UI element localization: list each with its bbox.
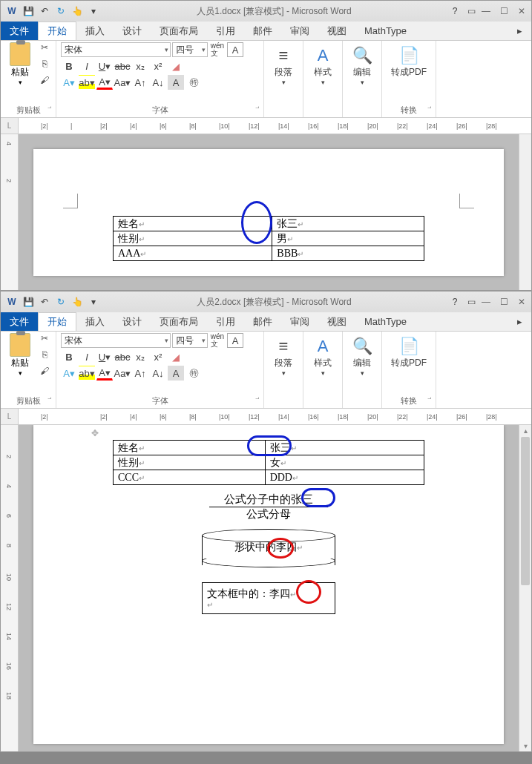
vertical-ruler[interactable]: 42 xyxy=(1,134,19,290)
tab-home[interactable]: 开始 xyxy=(38,312,76,331)
horizontal-ruler[interactable]: L |2||2||4| |6||8||10| |12||14||16| |18|… xyxy=(1,409,531,425)
subscript-button[interactable]: x₂ xyxy=(132,59,148,73)
grow-font-icon[interactable]: A↑ xyxy=(132,75,148,90)
titlebar[interactable]: W 💾 ↶ ↻ 👆 ▾ 人员1.docx [兼容模式] - Microsoft … xyxy=(1,1,531,22)
tab-mailings[interactable]: 邮件 xyxy=(244,312,281,331)
convert-pdf-button[interactable]: 📄转成PDF xyxy=(387,333,431,369)
format-painter-icon[interactable]: 🖌 xyxy=(38,366,51,379)
enclose-char-icon[interactable]: A xyxy=(168,366,184,381)
tab-review[interactable]: 审阅 xyxy=(281,22,318,40)
tab-file[interactable]: 文件 xyxy=(1,312,38,331)
font-size-combo[interactable]: 四号 xyxy=(172,333,208,348)
editing-button[interactable]: 🔍编辑▾ xyxy=(347,333,377,377)
tab-references[interactable]: 引用 xyxy=(207,312,244,331)
char-border-icon[interactable]: A xyxy=(227,42,243,57)
convert-pdf-button[interactable]: 📄 转成PDF xyxy=(387,42,431,79)
cell[interactable]: CCC xyxy=(114,470,266,485)
paste-dropdown-icon[interactable]: ▾ xyxy=(19,369,22,377)
font-name-combo[interactable]: 宋体 xyxy=(61,333,171,348)
cell[interactable]: 张三 xyxy=(272,217,424,231)
cut-icon[interactable]: ✂ xyxy=(38,42,51,56)
tab-mathtype[interactable]: MathType xyxy=(355,22,416,40)
page-1[interactable]: 姓名张三 性别男 AAABBB xyxy=(33,149,504,276)
grow-font-icon[interactable]: A↑ xyxy=(132,366,148,381)
cell[interactable]: BBB xyxy=(272,246,424,261)
close-button[interactable]: ✕ xyxy=(515,297,528,307)
font-color-icon[interactable]: A▾ xyxy=(96,366,113,381)
shrink-font-icon[interactable]: A↓ xyxy=(150,366,166,381)
paste-button[interactable]: 粘贴 ▾ xyxy=(5,333,35,379)
paragraph-button[interactable]: ≡段落▾ xyxy=(269,333,298,377)
minimize-button[interactable]: — xyxy=(479,6,493,16)
font-size-combo[interactable]: 四号 xyxy=(172,42,208,57)
ribbon-display-icon[interactable]: ▭ xyxy=(464,295,478,309)
horizontal-ruler[interactable]: L |2|| |2||4||6| |8||10||12| |14||16||18… xyxy=(1,118,531,134)
editing-button[interactable]: 🔍 编辑▾ xyxy=(347,42,377,86)
phonetic-guide-icon[interactable]: wén文 xyxy=(209,333,226,348)
tab-design[interactable]: 设计 xyxy=(114,312,151,331)
underline-button[interactable]: U ▾ xyxy=(96,349,113,364)
touch-icon[interactable]: 👆 xyxy=(70,295,84,309)
paste-dropdown-icon[interactable]: ▾ xyxy=(19,79,22,86)
table-anchor-icon[interactable]: ✥ xyxy=(91,428,99,438)
cell[interactable]: 姓名 xyxy=(114,441,266,455)
char-shading-icon[interactable]: Aa▾ xyxy=(114,75,131,90)
tab-view[interactable]: 视图 xyxy=(318,22,355,40)
paste-button[interactable]: 粘贴 ▾ xyxy=(5,42,35,88)
close-button[interactable]: ✕ xyxy=(515,6,528,16)
tab-insert[interactable]: 插入 xyxy=(76,22,114,40)
tab-file[interactable]: 文件 xyxy=(1,22,38,40)
undo-icon[interactable]: ↶ xyxy=(38,295,51,309)
bold-button[interactable]: B xyxy=(61,349,77,364)
repeat-icon[interactable]: ↻ xyxy=(54,4,68,18)
tab-more-icon[interactable]: ▸ xyxy=(508,22,531,40)
enclose-char-icon[interactable]: A xyxy=(168,75,184,90)
tab-home[interactable]: 开始 xyxy=(38,22,76,40)
cell[interactable]: AAA xyxy=(114,246,272,261)
vertical-scrollbar[interactable]: ▴ ▾ xyxy=(519,425,531,751)
maximize-button[interactable]: ☐ xyxy=(497,6,510,16)
char-circle-icon[interactable]: ㊕ xyxy=(185,75,202,90)
tab-design[interactable]: 设计 xyxy=(114,22,151,40)
page-2[interactable]: ✥ 姓名张三 性别女 CCCDDD 公式分子中的张三 公式分母 形状中的李四 xyxy=(33,425,504,744)
tab-insert[interactable]: 插入 xyxy=(76,312,114,331)
highlight-icon[interactable]: ab▾ xyxy=(79,366,95,381)
tab-layout[interactable]: 页面布局 xyxy=(151,312,207,331)
highlight-icon[interactable]: ab▾ xyxy=(79,75,95,90)
char-shading-icon[interactable]: Aa▾ xyxy=(114,366,131,381)
italic-button[interactable]: I xyxy=(79,349,95,364)
repeat-icon[interactable]: ↻ xyxy=(54,295,68,309)
tab-view[interactable]: 视图 xyxy=(318,312,355,331)
cell[interactable]: 男 xyxy=(272,231,424,246)
help-icon[interactable]: ? xyxy=(448,295,462,309)
vertical-scrollbar[interactable] xyxy=(519,134,531,290)
shrink-font-icon[interactable]: A↓ xyxy=(150,75,166,90)
vertical-ruler[interactable]: 246 81012 141618 xyxy=(1,425,19,751)
bold-button[interactable]: B xyxy=(61,59,77,73)
paragraph-button[interactable]: ≡ 段落▾ xyxy=(269,42,298,86)
copy-icon[interactable]: ⎘ xyxy=(38,59,51,72)
tab-more-icon[interactable]: ▸ xyxy=(508,312,531,331)
styles-button[interactable]: A 样式▾ xyxy=(308,42,338,86)
char-circle-icon[interactable]: ㊕ xyxy=(185,366,202,381)
font-color-icon[interactable]: A▾ xyxy=(96,75,113,90)
fraction-denominator[interactable]: 公式分母 xyxy=(209,507,328,521)
qa-more-icon[interactable]: ▾ xyxy=(87,295,100,309)
strikethrough-button[interactable]: abc xyxy=(114,59,131,73)
qa-more-icon[interactable]: ▾ xyxy=(87,4,100,18)
strikethrough-button[interactable]: abc xyxy=(114,349,131,364)
font-name-combo[interactable]: 宋体 xyxy=(61,42,171,57)
titlebar[interactable]: W 💾 ↶ ↻ 👆 ▾ 人员2.docx [兼容模式] - Microsoft … xyxy=(1,292,531,312)
superscript-button[interactable]: x² xyxy=(150,59,166,73)
undo-icon[interactable]: ↶ xyxy=(38,4,51,18)
save-icon[interactable]: 💾 xyxy=(22,4,35,18)
format-painter-icon[interactable]: 🖌 xyxy=(38,75,51,88)
char-border-icon[interactable]: A xyxy=(227,333,243,348)
phonetic-guide-icon[interactable]: wén文 xyxy=(209,42,226,57)
textbox-text[interactable]: 文本框中的：李四 xyxy=(207,587,296,599)
touch-icon[interactable]: 👆 xyxy=(70,4,84,18)
cell[interactable]: 性别 xyxy=(114,455,266,470)
equation-fraction[interactable]: 公式分子中的张三 公式分母 xyxy=(209,493,328,521)
subscript-button[interactable]: x₂ xyxy=(132,349,148,364)
maximize-button[interactable]: ☐ xyxy=(497,297,510,307)
